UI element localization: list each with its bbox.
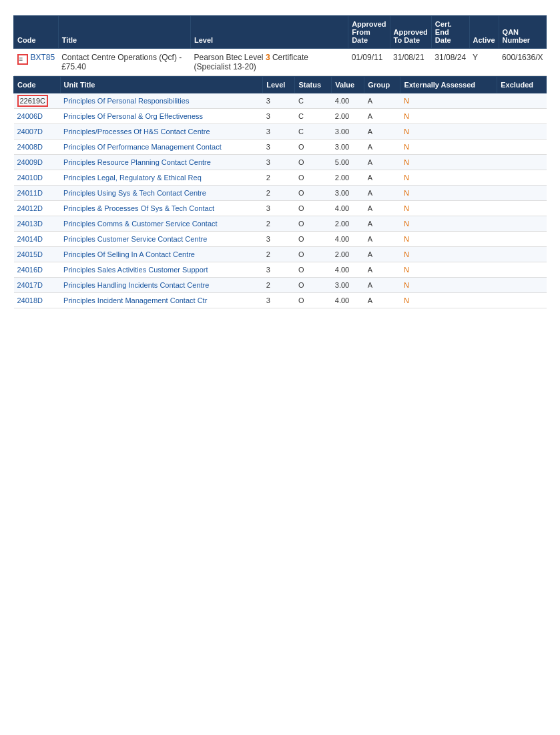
unit-excluded <box>497 293 547 308</box>
unit-code[interactable]: 24010D <box>17 174 43 182</box>
col-qan: QANNumber <box>499 16 546 49</box>
unit-code-cell: 24013D <box>14 216 61 232</box>
unit-level: 2 <box>263 278 295 293</box>
unit-group: A <box>364 155 400 170</box>
unit-code[interactable]: 24008D <box>17 143 43 151</box>
unit-table-row: 24009D Principles Resource Planning Cont… <box>14 155 547 170</box>
unit-code[interactable]: 24015D <box>17 250 43 258</box>
unit-status: O <box>295 155 332 170</box>
col-active: Active <box>469 16 499 49</box>
unit-group: A <box>364 170 400 186</box>
unit-excluded <box>497 201 547 216</box>
col-code: Code <box>14 16 59 49</box>
award-active: Y <box>469 49 499 76</box>
unit-table-row: 24017D Principles Handling Incidents Con… <box>14 278 547 293</box>
unit-group: A <box>364 293 400 308</box>
unit-status: O <box>295 186 332 201</box>
unit-col-excluded: Excluded <box>497 77 547 93</box>
unit-ext-assessed: N <box>400 140 497 155</box>
unit-ext-assessed: N <box>400 232 497 247</box>
unit-excluded <box>497 140 547 155</box>
unit-value: 3.00 <box>332 140 364 155</box>
unit-value: 2.00 <box>332 170 364 186</box>
unit-status: C <box>295 93 332 109</box>
unit-code[interactable]: 24006D <box>17 112 43 120</box>
unit-value: 4.00 <box>332 262 364 278</box>
unit-ext-assessed: N <box>400 247 497 262</box>
unit-value: 4.00 <box>332 293 364 308</box>
unit-col-level: Level <box>263 77 295 93</box>
row-checkbox-icon[interactable] <box>17 54 28 65</box>
unit-col-ext: Externally Assessed <box>400 77 497 93</box>
unit-level: 3 <box>263 232 295 247</box>
unit-status: O <box>295 262 332 278</box>
unit-table-row: 24018D Principles Incident Management Co… <box>14 293 547 308</box>
unit-ext-assessed: N <box>400 124 497 140</box>
unit-title: Principles & Processes Of Sys & Tech Con… <box>60 201 263 216</box>
unit-code-highlighted[interactable]: 22619C <box>17 95 49 107</box>
unit-code[interactable]: 24009D <box>17 158 43 166</box>
unit-excluded <box>497 93 547 109</box>
unit-code[interactable]: 24012D <box>17 204 43 212</box>
unit-code[interactable]: 24011D <box>17 189 43 197</box>
unit-title: Principles Handling Incidents Contact Ce… <box>60 278 263 293</box>
unit-code[interactable]: 24013D <box>17 220 43 228</box>
unit-title: Principles Of Personal Responsibilities <box>60 93 263 109</box>
unit-code[interactable]: 24007D <box>17 128 43 136</box>
unit-excluded <box>497 155 547 170</box>
unit-title: Principles Sales Activities Customer Sup… <box>60 262 263 278</box>
unit-group: A <box>364 247 400 262</box>
unit-code[interactable]: 24016D <box>17 266 43 274</box>
unit-level: 3 <box>263 140 295 155</box>
unit-table-row: 24010D Principles Legal, Regulatory & Et… <box>14 170 547 186</box>
unit-group: A <box>364 201 400 216</box>
unit-table-row: 24008D Principles Of Performance Managem… <box>14 140 547 155</box>
unit-value: 2.00 <box>332 109 364 124</box>
unit-title: Principles Incident Management Contact C… <box>60 293 263 308</box>
unit-code[interactable]: 24017D <box>17 281 43 289</box>
award-cert-end: 31/08/24 <box>431 49 469 76</box>
unit-value: 3.00 <box>332 278 364 293</box>
unit-status: O <box>295 293 332 308</box>
unit-col-status: Status <box>295 77 332 93</box>
unit-value: 4.00 <box>332 232 364 247</box>
unit-status: O <box>295 216 332 232</box>
unit-code-cell: 24014D <box>14 232 61 247</box>
unit-code-cell: 24008D <box>14 140 61 155</box>
unit-level: 3 <box>263 201 295 216</box>
unit-title: Principles Customer Service Contact Cent… <box>60 232 263 247</box>
unit-ext-assessed: N <box>400 93 497 109</box>
unit-code[interactable]: 24014D <box>17 235 43 243</box>
col-approved-from: ApprovedFromDate <box>348 16 390 49</box>
unit-col-value: Value <box>332 77 364 93</box>
unit-level: 2 <box>263 170 295 186</box>
unit-group: A <box>364 109 400 124</box>
unit-value: 2.00 <box>332 247 364 262</box>
unit-group: A <box>364 124 400 140</box>
unit-value: 3.00 <box>332 124 364 140</box>
unit-table-row: 24011D Principles Using Sys & Tech Conta… <box>14 186 547 201</box>
unit-ext-assessed: N <box>400 293 497 308</box>
unit-excluded <box>497 170 547 186</box>
unit-level: 2 <box>263 216 295 232</box>
unit-title: Principles/Processes Of H&S Contact Cent… <box>60 124 263 140</box>
unit-code-cell: 24012D <box>14 201 61 216</box>
unit-title: Principles Of Performance Management Con… <box>60 140 263 155</box>
unit-col-code: Code <box>14 77 61 93</box>
unit-level: 2 <box>263 186 295 201</box>
unit-level: 3 <box>263 262 295 278</box>
unit-code-cell: 24009D <box>14 155 61 170</box>
unit-level: 2 <box>263 247 295 262</box>
unit-title: Principles Comms & Customer Service Cont… <box>60 216 263 232</box>
unit-table-row: 24015D Principles Of Selling In A Contac… <box>14 247 547 262</box>
unit-group: A <box>364 278 400 293</box>
unit-code-cell: 24006D <box>14 109 61 124</box>
unit-code-cell: 24018D <box>14 293 61 308</box>
unit-excluded <box>497 109 547 124</box>
unit-table-row: 22619C Principles Of Personal Responsibi… <box>14 93 547 109</box>
unit-code-cell: 22619C <box>14 93 61 109</box>
unit-code-cell: 24015D <box>14 247 61 262</box>
unit-code[interactable]: 24018D <box>17 296 43 304</box>
award-code[interactable]: BXT85 <box>31 53 55 62</box>
unit-title: Principles Legal, Regulatory & Ethical R… <box>60 170 263 186</box>
